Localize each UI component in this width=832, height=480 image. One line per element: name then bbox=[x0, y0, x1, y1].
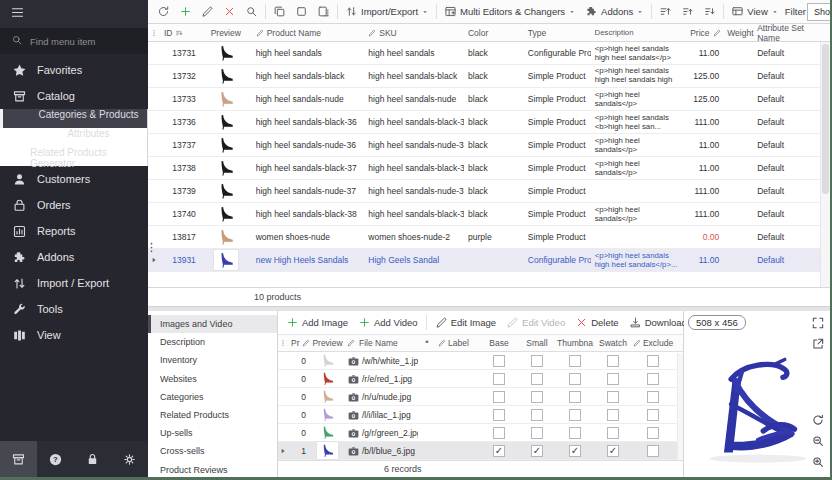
filter-select[interactable]: Show products from selected categories bbox=[807, 3, 832, 21]
tab-inventory[interactable]: Inventory bbox=[148, 351, 277, 369]
import-export-menu-button[interactable]: Import/Export bbox=[341, 2, 433, 21]
gear-footer-button[interactable] bbox=[111, 441, 148, 477]
image-row[interactable]: 0/r/e/red_1.jpg bbox=[278, 370, 677, 388]
add-product-button[interactable] bbox=[175, 2, 196, 21]
sidebar-item-customers[interactable]: Customers bbox=[0, 166, 148, 192]
exclude-checkbox[interactable] bbox=[647, 355, 659, 367]
lock-footer-button[interactable] bbox=[74, 441, 111, 477]
small-checkbox[interactable] bbox=[531, 391, 543, 403]
image-row[interactable]: 0/n/u/nude.jpg bbox=[278, 388, 677, 406]
sort-asc-button[interactable] bbox=[677, 2, 698, 21]
delete-image-button[interactable]: Delete bbox=[571, 313, 622, 332]
table-row[interactable]: 13732high heel sandals-blackhigh heel sa… bbox=[148, 65, 820, 88]
column-header-id[interactable]: ID bbox=[160, 24, 200, 41]
column-header-pr[interactable]: Pr bbox=[288, 338, 310, 348]
swatch-checkbox[interactable] bbox=[607, 391, 619, 403]
thumbnail-checkbox[interactable] bbox=[569, 355, 581, 367]
base-checkbox[interactable]: ✓ bbox=[493, 445, 505, 457]
swatch-checkbox[interactable] bbox=[607, 355, 619, 367]
base-checkbox[interactable] bbox=[493, 373, 505, 385]
image-row[interactable]: 0/l/i/lilac_1.jpg bbox=[278, 406, 677, 424]
add-image-button[interactable]: Add Image bbox=[282, 313, 352, 332]
thumbnail-checkbox[interactable] bbox=[569, 427, 581, 439]
column-header-description[interactable]: Description bbox=[591, 24, 687, 41]
table-row[interactable]: 13740high heel sandals-black-38high heel… bbox=[148, 203, 820, 226]
table-row[interactable]: 13931new High Heels SandalsHigh Geels Sa… bbox=[148, 249, 820, 272]
delete-product-button[interactable] bbox=[219, 2, 240, 21]
tab-images-and-video[interactable]: Images and Video bbox=[148, 315, 277, 333]
edit-image-button[interactable]: Edit Image bbox=[431, 313, 500, 332]
sidebar-item-catalog[interactable]: Catalog bbox=[0, 83, 148, 109]
column-header-small[interactable]: Small bbox=[518, 338, 556, 348]
table-row[interactable]: 13731high heel sandalshigh heel sandalsb… bbox=[148, 42, 820, 65]
column-header-swatch[interactable]: Swatch bbox=[594, 338, 632, 348]
sidebar-item-related-products-generator[interactable]: Related Products Generator bbox=[0, 147, 148, 166]
column-header-product-name[interactable]: Product Name bbox=[252, 24, 365, 41]
base-checkbox[interactable] bbox=[493, 409, 505, 421]
column-header-preview[interactable]: Preview bbox=[310, 338, 345, 348]
small-checkbox[interactable]: ✓ bbox=[531, 445, 543, 457]
search-button[interactable] bbox=[241, 2, 262, 21]
sidebar-item-reports[interactable]: Reports bbox=[0, 218, 148, 244]
splitter-handle[interactable] bbox=[148, 232, 154, 262]
base-checkbox[interactable] bbox=[493, 355, 505, 367]
sidebar-item-attributes[interactable]: Attributes bbox=[0, 128, 148, 147]
tab-related-products[interactable]: Related Products bbox=[148, 406, 277, 424]
multi-editors-menu-button[interactable]: Multi Editors & Changers bbox=[440, 2, 580, 21]
table-row[interactable]: 13817women shoes-nudewomen shoes-nude-2p… bbox=[148, 226, 820, 249]
view-menu-button[interactable]: View bbox=[727, 2, 782, 21]
thumbnail-checkbox[interactable] bbox=[569, 373, 581, 385]
addons-menu-button[interactable]: Addons bbox=[581, 2, 648, 21]
image-row[interactable]: 1/b/l/blue_6.jpg✓✓✓✓ bbox=[278, 442, 677, 460]
exclude-checkbox[interactable] bbox=[647, 445, 659, 457]
archive-footer-button[interactable] bbox=[0, 441, 37, 477]
tab-categories[interactable]: Categories bbox=[148, 388, 277, 406]
column-header-type[interactable]: Type bbox=[524, 24, 591, 41]
column-header-sku[interactable]: SKU bbox=[364, 24, 464, 41]
sidebar-item-import-export[interactable]: Import / Export bbox=[0, 270, 148, 296]
exclude-checkbox[interactable] bbox=[647, 391, 659, 403]
image-size-field[interactable]: 508 x 456 bbox=[688, 315, 746, 330]
tab-description[interactable]: Description bbox=[148, 333, 277, 351]
select-button[interactable] bbox=[291, 2, 312, 21]
images-scrollbar[interactable] bbox=[677, 353, 683, 460]
sidebar-item-orders[interactable]: Orders bbox=[0, 192, 148, 218]
column-header-base[interactable]: Base bbox=[480, 338, 518, 348]
copy-button[interactable] bbox=[269, 2, 290, 21]
table-row[interactable]: 13738high heel sandals-black-37high heel… bbox=[148, 157, 820, 180]
tab-cross-sells[interactable]: Cross-sells bbox=[148, 442, 277, 460]
column-header-color[interactable]: Color bbox=[464, 24, 524, 41]
column-header-label[interactable]: Label bbox=[435, 338, 480, 348]
table-row[interactable]: 13733high heel sandals-nudehigh heel san… bbox=[148, 88, 820, 111]
small-checkbox[interactable] bbox=[531, 409, 543, 421]
small-checkbox[interactable] bbox=[531, 373, 543, 385]
paste-special-button[interactable] bbox=[313, 2, 334, 21]
swatch-checkbox[interactable] bbox=[607, 409, 619, 421]
tab-websites[interactable]: Websites bbox=[148, 370, 277, 388]
base-checkbox[interactable] bbox=[493, 391, 505, 403]
zoom-out-button[interactable] bbox=[811, 434, 825, 448]
column-header-exclude[interactable]: Exclude bbox=[632, 338, 674, 348]
column-header-weight[interactable]: Weight bbox=[723, 24, 753, 41]
rotate-button[interactable] bbox=[811, 413, 825, 427]
exclude-checkbox[interactable] bbox=[647, 409, 659, 421]
swatch-checkbox[interactable] bbox=[607, 427, 619, 439]
tab-up-sells[interactable]: Up-sells bbox=[148, 424, 277, 442]
scrollbar-thumb[interactable] bbox=[822, 44, 829, 194]
open-external-button[interactable] bbox=[811, 337, 825, 351]
products-scrollbar[interactable] bbox=[820, 42, 830, 287]
table-row[interactable]: 13736high heel sandals-black-36high heel… bbox=[148, 111, 820, 134]
fullscreen-button[interactable] bbox=[811, 316, 825, 330]
hamburger-menu-button[interactable] bbox=[10, 5, 25, 24]
small-checkbox[interactable] bbox=[531, 427, 543, 439]
table-row[interactable]: 13739high heel sandals-nude-37high heel … bbox=[148, 180, 820, 203]
image-row[interactable]: 0/g/r/green_2.jpg bbox=[278, 424, 677, 442]
image-row[interactable]: 0/w/h/white_1.jpg bbox=[278, 352, 677, 370]
sidebar-item-view[interactable]: View bbox=[0, 322, 148, 348]
column-header-thumbna[interactable]: Thumbna bbox=[556, 338, 594, 348]
menu-search-input[interactable]: Find menu item bbox=[0, 28, 148, 54]
column-header-price[interactable]: Price bbox=[686, 24, 723, 41]
question-footer-button[interactable]: ? bbox=[37, 441, 74, 477]
exclude-checkbox[interactable] bbox=[647, 373, 659, 385]
thumbnail-checkbox[interactable] bbox=[569, 409, 581, 421]
